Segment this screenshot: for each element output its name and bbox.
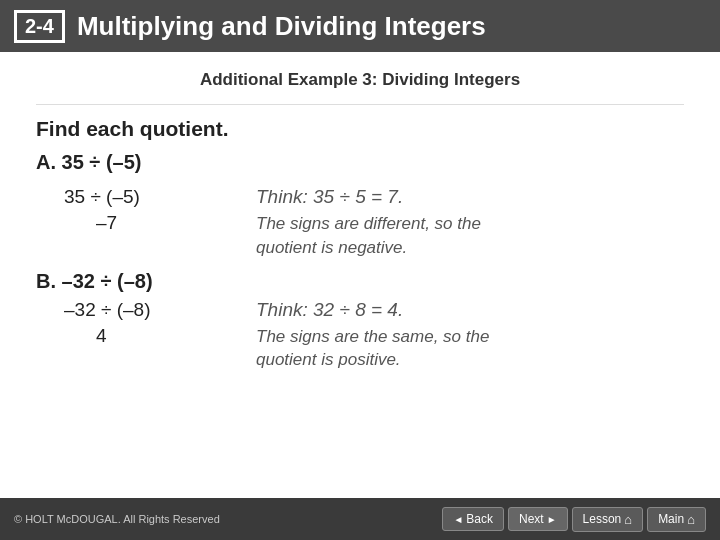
part-b-heading: B. –32 ÷ (–8) [36,270,256,293]
divider [36,104,684,105]
nav-buttons: Back Next Lesson Main [442,507,706,532]
next-button[interactable]: Next [508,507,568,531]
lesson-button[interactable]: Lesson [572,507,644,532]
part-a-expr: 35 ÷ (–5) [36,186,256,208]
header-bar: 2-4 Multiplying and Dividing Integers [0,0,720,52]
lesson-label: Lesson [583,512,622,526]
part-a-think: Think: 35 ÷ 5 = 7. [256,186,684,208]
next-arrow-icon [547,512,557,526]
part-b-expr: –32 ÷ (–8) [36,299,256,321]
back-label: Back [466,512,493,526]
part-a-heading: A. 35 ÷ (–5) [36,151,684,174]
lesson-home-icon [624,512,632,527]
main-home-icon [687,512,695,527]
main-label: Main [658,512,684,526]
main-button[interactable]: Main [647,507,706,532]
part-a-answer: –7 [36,212,256,234]
part-b-explain: The signs are the same, so thequotient i… [256,325,684,373]
back-arrow-icon [453,512,463,526]
back-button[interactable]: Back [442,507,504,531]
part-b-think: Think: 32 ÷ 8 = 4. [256,299,684,321]
bottom-bar: © HOLT McDOUGAL. All Rights Reserved Bac… [0,498,720,540]
header-title: Multiplying and Dividing Integers [77,11,486,42]
part-b-label-row: B. –32 ÷ (–8) [36,270,684,293]
part-b-answer: 4 [36,325,256,347]
lesson-badge: 2-4 [14,10,65,43]
subtitle: Additional Example 3: Dividing Integers [36,70,684,90]
part-a-grid: 35 ÷ (–5) Think: 35 ÷ 5 = 7. –7 The sign… [36,186,684,260]
copyright: © HOLT McDOUGAL. All Rights Reserved [14,513,220,525]
main-content: Additional Example 3: Dividing Integers … [0,52,720,432]
next-label: Next [519,512,544,526]
part-b-grid: –32 ÷ (–8) Think: 32 ÷ 8 = 4. 4 The sign… [36,299,684,373]
find-heading: Find each quotient. [36,117,684,141]
part-a-explain: The signs are different, so thequotient … [256,212,684,260]
